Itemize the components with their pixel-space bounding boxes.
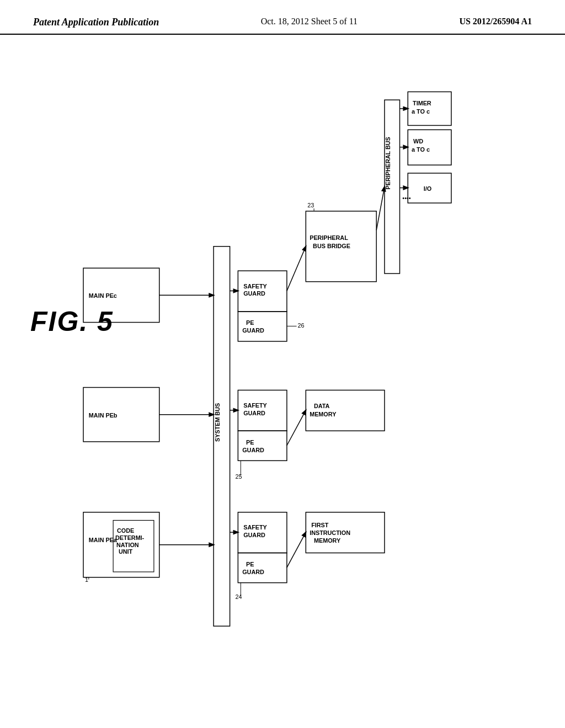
svg-text:26: 26	[298, 322, 305, 329]
svg-text:23: 23	[307, 202, 314, 208]
svg-text:UNIT: UNIT	[119, 548, 133, 555]
svg-text:1: 1	[85, 576, 88, 583]
svg-text:••••: ••••	[402, 195, 411, 201]
svg-text:PE: PE	[246, 439, 254, 446]
svg-text:I/O: I/O	[424, 185, 431, 192]
svg-text:PE: PE	[246, 319, 254, 326]
svg-text:MAIN PEb: MAIN PEb	[89, 412, 118, 419]
svg-line-59	[287, 247, 306, 291]
svg-text:SYSTEM BUS: SYSTEM BUS	[214, 403, 221, 442]
svg-rect-29	[238, 431, 287, 461]
svg-text:TIMER: TIMER	[413, 100, 431, 106]
svg-text:INSTRUCTION: INSTRUCTION	[310, 529, 350, 536]
svg-text:GUARD: GUARD	[242, 447, 264, 453]
svg-text:SAFETY: SAFETY	[243, 283, 267, 290]
svg-text:DATA: DATA	[314, 403, 330, 409]
svg-text:SAFETY: SAFETY	[243, 524, 267, 531]
svg-text:GUARD: GUARD	[242, 327, 264, 334]
svg-text:MAIN PEc: MAIN PEc	[89, 292, 117, 299]
svg-text:GUARD: GUARD	[243, 290, 265, 297]
svg-text:DETERMI-: DETERMI-	[115, 534, 145, 541]
diagram-area: FIG. 5 text { font-family: Arial, sans-s…	[0, 40, 565, 702]
svg-text:SAFETY: SAFETY	[243, 402, 267, 409]
header-publication-type: Patent Application Publication	[33, 17, 159, 28]
header-date-sheet: Oct. 18, 2012 Sheet 5 of 11	[261, 17, 358, 26]
svg-line-62	[376, 187, 385, 231]
svg-rect-21	[238, 553, 287, 583]
svg-text:BUS BRIDGE: BUS BRIDGE	[313, 243, 350, 249]
svg-text:MEMORY: MEMORY	[310, 411, 337, 417]
page-header: Patent Application Publication Oct. 18, …	[0, 0, 565, 35]
svg-text:a TO c: a TO c	[412, 146, 430, 153]
svg-line-53	[287, 410, 306, 446]
svg-text:CODE: CODE	[117, 527, 134, 534]
svg-text:PE: PE	[246, 561, 254, 568]
svg-rect-37	[238, 312, 287, 341]
svg-text:MEMORY: MEMORY	[314, 537, 341, 544]
svg-text:a TO c: a TO c	[412, 108, 430, 115]
svg-text:GUARD: GUARD	[243, 410, 265, 416]
svg-text:GUARD: GUARD	[242, 569, 264, 575]
svg-text:FIRST: FIRST	[311, 522, 329, 528]
svg-text:NATION: NATION	[116, 542, 139, 548]
svg-text:WD: WD	[413, 138, 423, 144]
svg-text:GUARD: GUARD	[243, 532, 265, 538]
svg-text:PERIPHERAL: PERIPHERAL	[310, 234, 348, 241]
header-patent-number: US 2012/265904 A1	[459, 17, 532, 26]
patent-diagram-svg: text { font-family: Arial, sans-serif; f…	[0, 40, 565, 702]
svg-text:PERIPHERAL BUS: PERIPHERAL BUS	[385, 137, 391, 189]
svg-line-49	[287, 532, 306, 568]
